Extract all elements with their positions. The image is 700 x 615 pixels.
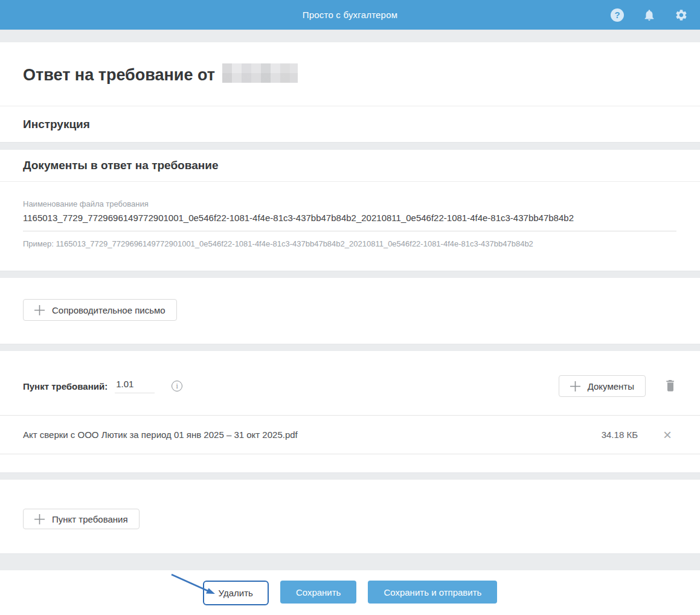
filename-input[interactable] bbox=[23, 213, 676, 231]
app-title: Просто с бухгалтером bbox=[0, 10, 700, 20]
delete-point-trash-icon[interactable] bbox=[664, 379, 676, 393]
instruction-heading: Инструкция bbox=[23, 118, 90, 131]
app-header: Просто с бухгалтером ? bbox=[0, 0, 700, 30]
save-and-send-button[interactable]: Сохранить и отправить bbox=[368, 581, 497, 604]
section-divider bbox=[0, 142, 700, 150]
delete-button-highlight: Удалить bbox=[203, 581, 269, 605]
plus-icon bbox=[34, 305, 45, 315]
filename-label: Наименование файла требования bbox=[23, 199, 676, 208]
point-label: Пункт требований: bbox=[23, 381, 108, 391]
attached-file-name: Акт сверки с ООО Лютик за период 01 янв … bbox=[23, 430, 298, 440]
delete-button[interactable]: Удалить bbox=[205, 583, 266, 603]
redacted-date bbox=[222, 63, 298, 83]
documents-heading: Документы в ответ на требование bbox=[23, 159, 218, 172]
remove-file-icon[interactable]: × bbox=[663, 428, 672, 442]
add-point-row: Пункт требования bbox=[0, 480, 700, 553]
header-actions: ? bbox=[609, 7, 689, 23]
plus-icon bbox=[34, 514, 45, 524]
bell-icon[interactable] bbox=[641, 7, 657, 23]
help-icon[interactable]: ? bbox=[609, 7, 625, 23]
point-number-input[interactable] bbox=[115, 379, 155, 393]
section-divider bbox=[0, 30, 700, 42]
section-divider bbox=[0, 472, 700, 480]
attached-file-size: 34.18 КБ bbox=[602, 430, 638, 440]
requirement-filename-block: Наименование файла требования Пример: 11… bbox=[0, 182, 700, 271]
save-button[interactable]: Сохранить bbox=[280, 581, 357, 604]
filename-example-hint: Пример: 1165013_7729_7729696149772901001… bbox=[23, 239, 676, 248]
add-requirement-point-button[interactable]: Пункт требования bbox=[23, 509, 140, 529]
documents-section-header: Документы в ответ на требование bbox=[0, 150, 700, 182]
footer-actions: Удалить Сохранить Сохранить и отправить bbox=[0, 570, 700, 614]
requirement-item: Пункт требований: i Документы Акт сверки… bbox=[0, 351, 700, 472]
gear-icon[interactable] bbox=[673, 7, 689, 23]
instruction-section[interactable]: Инструкция bbox=[0, 106, 700, 142]
add-documents-button[interactable]: Документы bbox=[559, 375, 646, 397]
page-title-section: Ответ на требование от bbox=[0, 42, 700, 106]
info-icon[interactable]: i bbox=[172, 381, 182, 391]
section-divider bbox=[0, 553, 700, 570]
requirement-point-row: Пункт требований: i Документы bbox=[0, 351, 700, 397]
plus-icon bbox=[570, 381, 580, 391]
add-cover-letter-button[interactable]: Сопроводительное письмо bbox=[23, 299, 177, 321]
cover-letter-row: Сопроводительное письмо bbox=[0, 278, 700, 344]
page-title: Ответ на требование от bbox=[23, 63, 298, 85]
attached-file-row: Акт сверки с ООО Лютик за период 01 янв … bbox=[0, 415, 700, 454]
point-row-actions: Документы bbox=[559, 375, 676, 397]
section-divider bbox=[0, 271, 700, 278]
section-divider bbox=[0, 344, 700, 351]
